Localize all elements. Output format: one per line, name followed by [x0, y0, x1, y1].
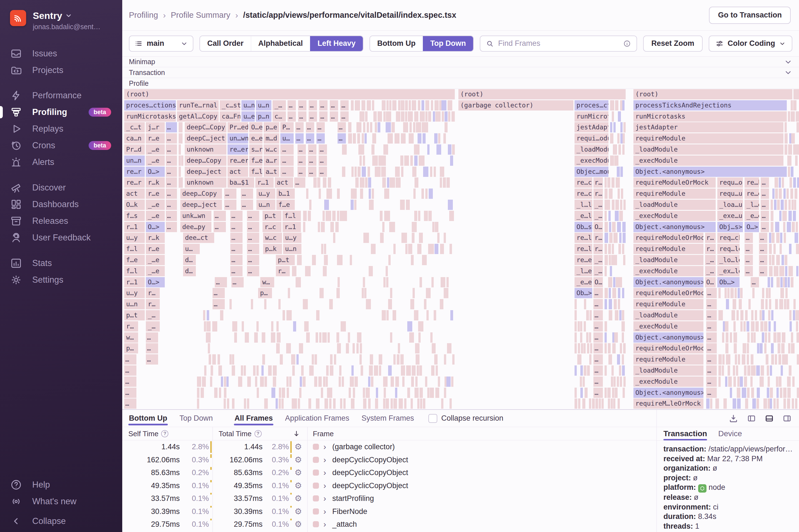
flame-frame[interactable]: _execModule: [633, 321, 703, 331]
flame-frame[interactable]: …: [241, 189, 253, 199]
flame-frame[interactable]: Ob…s>: [575, 222, 592, 232]
flame-frame-fragment[interactable]: [617, 133, 619, 144]
flame-frame-fragment[interactable]: [312, 255, 316, 265]
flame-frame-fragment[interactable]: [392, 100, 396, 111]
flame-frame-fragment[interactable]: [288, 288, 290, 298]
flame-frame[interactable]: …: [124, 377, 136, 387]
flame-frame[interactable]: …: [593, 365, 603, 376]
flame-frame-fragment[interactable]: [617, 222, 621, 232]
flame-frame-fragment[interactable]: [329, 299, 333, 309]
flame-frame-fragment[interactable]: [359, 332, 361, 343]
flame-frame-fragment[interactable]: [617, 354, 620, 365]
flame-frame-fragment[interactable]: [214, 387, 218, 398]
flame-frame-fragment[interactable]: [348, 133, 352, 144]
flame-frame[interactable]: act: [227, 167, 248, 177]
flame-frame-fragment[interactable]: [241, 365, 243, 376]
flame-frame-fragment[interactable]: [395, 167, 400, 177]
flame-frame-fragment[interactable]: [752, 365, 756, 376]
flame-frame-fragment[interactable]: [403, 122, 408, 132]
flame-frame-fragment[interactable]: [180, 133, 183, 144]
flame-frame-fragment[interactable]: [747, 332, 749, 343]
flame-frame-fragment[interactable]: [388, 365, 392, 376]
flame-frame-fragment[interactable]: [725, 377, 727, 387]
flame-frame-fragment[interactable]: [426, 288, 431, 298]
flame-frame-fragment[interactable]: [744, 377, 747, 387]
flame-frame-fragment[interactable]: [333, 398, 336, 409]
flame-frame-fragment[interactable]: [442, 244, 444, 254]
reset-zoom-button[interactable]: Reset Zoom: [643, 36, 703, 52]
flame-frame[interactable]: _lo…le: [717, 255, 740, 265]
flame-frame[interactable]: _…: [273, 100, 286, 111]
flame-frame-fragment[interactable]: [387, 310, 389, 320]
flame-frame-fragment[interactable]: [253, 365, 256, 376]
flame-frame[interactable]: r…1: [124, 277, 145, 287]
flame-frame-fragment[interactable]: [740, 377, 743, 387]
flame-frame-fragment[interactable]: [613, 377, 616, 387]
flame-frame-fragment[interactable]: [296, 277, 301, 287]
flame-frame-fragment[interactable]: [614, 155, 618, 166]
flame-frame[interactable]: _loadModule: [633, 365, 703, 376]
flame-frame-fragment[interactable]: [408, 244, 412, 254]
sidebar-item-projects[interactable]: Projects: [0, 62, 122, 79]
flame-frame-fragment[interactable]: [605, 299, 607, 309]
flame-frame-fragment[interactable]: [372, 155, 378, 166]
flame-frame-fragment[interactable]: [316, 398, 319, 409]
flame-frame[interactable]: …: [298, 100, 306, 111]
flame-frame[interactable]: …: [298, 145, 306, 155]
flame-frame-fragment[interactable]: [771, 343, 774, 354]
flame-frame-fragment[interactable]: [728, 377, 732, 387]
flame-frame-fragment[interactable]: [592, 398, 595, 409]
flame-frame-fragment[interactable]: [366, 299, 371, 309]
flame-frame[interactable]: …: [166, 145, 177, 155]
flame-frame[interactable]: …: [166, 211, 177, 221]
flame-frame-fragment[interactable]: [384, 145, 388, 155]
flame-frame-fragment[interactable]: [774, 244, 776, 254]
flame-frame-fragment[interactable]: [739, 299, 742, 309]
flame-frame-fragment[interactable]: [623, 133, 625, 144]
flame-frame-fragment[interactable]: [599, 398, 601, 409]
flame-frame-fragment[interactable]: [607, 200, 610, 210]
chevron-down-icon[interactable]: [784, 58, 792, 66]
flame-frame-fragment[interactable]: [780, 387, 782, 398]
flame-frame-fragment[interactable]: [431, 365, 434, 376]
gear-icon[interactable]: ⚙: [295, 492, 302, 505]
flame-frame-fragment[interactable]: [412, 288, 415, 298]
flame-frame-fragment[interactable]: [379, 354, 382, 365]
breadcrumb-item[interactable]: Profile Summary: [171, 11, 230, 20]
flame-frame-fragment[interactable]: [797, 332, 799, 343]
flame-frame[interactable]: _loa…ule: [717, 200, 743, 210]
flame-frame-fragment[interactable]: [587, 343, 589, 354]
flame-frame-fragment[interactable]: [752, 288, 755, 298]
flame-frame[interactable]: …: [319, 111, 328, 121]
flame-frame-fragment[interactable]: [446, 177, 450, 188]
flame-frame[interactable]: proces…ctions: [124, 100, 176, 111]
flame-frame-fragment[interactable]: [264, 299, 266, 309]
flame-frame-fragment[interactable]: [426, 310, 429, 320]
flame-frame-fragment[interactable]: [337, 189, 340, 199]
flame-frame-fragment[interactable]: [318, 377, 322, 387]
flame-frame-fragment[interactable]: [405, 100, 408, 111]
flame-frame[interactable]: …: [224, 189, 237, 199]
flame-frame-fragment[interactable]: [423, 133, 426, 144]
flame-frame-fragment[interactable]: [772, 255, 775, 265]
flame-frame-fragment[interactable]: [436, 145, 441, 155]
flame-frame-fragment[interactable]: [619, 310, 621, 320]
flame-frame[interactable]: r…1: [124, 222, 145, 232]
flame-frame-fragment[interactable]: [268, 365, 272, 376]
flame-frame[interactable]: _…: [593, 200, 603, 210]
flame-frame-fragment[interactable]: [774, 200, 777, 210]
flame-frame-fragment[interactable]: [751, 310, 754, 320]
flame-frame[interactable]: …: [593, 332, 603, 343]
flame-frame-fragment[interactable]: [404, 155, 409, 166]
flame-frame[interactable]: re…er: [227, 145, 248, 155]
flame-frame[interactable]: …: [593, 354, 603, 365]
flame-frame-fragment[interactable]: [618, 145, 621, 155]
flame-frame-fragment[interactable]: [384, 277, 386, 287]
sidebar-item-user-feedback[interactable]: User Feedback: [0, 229, 122, 246]
flame-frame-fragment[interactable]: [784, 211, 787, 221]
flame-frame-fragment[interactable]: [419, 332, 421, 343]
flame-frame-fragment[interactable]: [302, 377, 305, 387]
flame-frame[interactable]: …: [751, 277, 759, 287]
flame-frame-fragment[interactable]: [424, 211, 428, 221]
flame-frame-fragment[interactable]: [350, 255, 352, 265]
